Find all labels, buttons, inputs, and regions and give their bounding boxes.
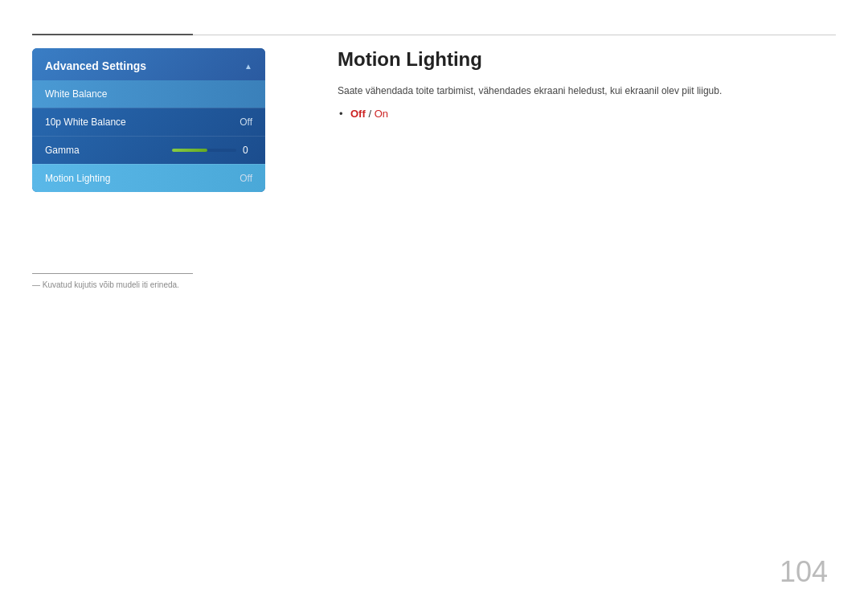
- gamma-label: Gamma: [45, 145, 80, 156]
- gamma-slider-fill: [172, 149, 207, 152]
- menu-item-gamma[interactable]: Gamma 0: [32, 136, 265, 164]
- footnote-divider: [32, 273, 193, 274]
- gamma-slider[interactable]: [172, 149, 236, 152]
- section-description: Saate vähendada toite tarbimist, vähenda…: [338, 84, 836, 98]
- on-option[interactable]: On: [375, 108, 388, 120]
- menu-title: Advanced Settings: [45, 59, 146, 72]
- 10p-white-balance-label: 10p White Balance: [45, 116, 126, 128]
- left-panel: Advanced Settings ▲ White Balance 10p Wh…: [32, 48, 265, 192]
- white-balance-label: White Balance: [45, 88, 107, 100]
- top-border-dark: [32, 34, 193, 35]
- section-title: Motion Lighting: [338, 48, 836, 71]
- footnote-dash: —: [32, 280, 43, 289]
- 10p-white-balance-value: Off: [240, 116, 252, 128]
- separator: /: [366, 108, 375, 120]
- footnote-section: — Kuvatud kujutis võib mudeli iti erined…: [32, 273, 265, 289]
- menu-item-white-balance[interactable]: White Balance: [32, 80, 265, 108]
- menu-item-10p-white-balance[interactable]: 10p White Balance Off: [32, 108, 265, 136]
- off-option[interactable]: Off: [350, 108, 366, 120]
- menu-header: Advanced Settings ▲: [32, 48, 265, 80]
- footnote-content: Kuvatud kujutis võib mudeli iti erineda.: [43, 280, 179, 289]
- footnote-text: — Kuvatud kujutis võib mudeli iti erined…: [32, 280, 265, 289]
- menu-arrow-icon: ▲: [244, 62, 252, 71]
- gamma-slider-container: 0: [172, 145, 252, 156]
- motion-lighting-value: Off: [240, 173, 252, 184]
- motion-lighting-label: Motion Lighting: [45, 173, 110, 184]
- top-border: [32, 34, 836, 35]
- options-list-item: Off / On: [350, 108, 836, 120]
- top-border-light: [193, 35, 836, 35]
- menu-box: Advanced Settings ▲ White Balance 10p Wh…: [32, 48, 265, 192]
- page-number: 104: [780, 555, 828, 589]
- main-content: Motion Lighting Saate vähendada toite ta…: [338, 48, 836, 120]
- gamma-value: 0: [243, 145, 252, 156]
- menu-item-motion-lighting[interactable]: Motion Lighting Off: [32, 164, 265, 192]
- options-list: Off / On: [338, 108, 836, 120]
